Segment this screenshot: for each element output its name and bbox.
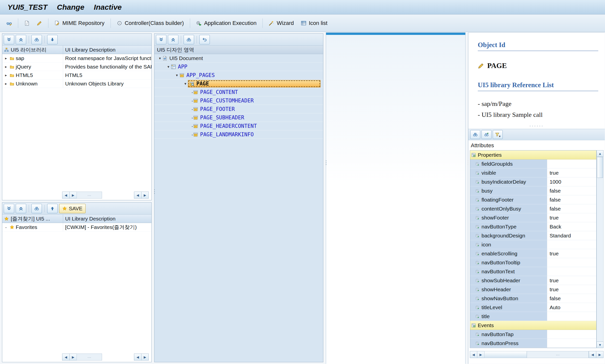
navigate-down-button[interactable] (156, 35, 166, 44)
scroll-right-button[interactable]: ▶ (69, 354, 77, 361)
scrollbar-thumb[interactable] (597, 157, 603, 178)
undo-button[interactable] (199, 35, 210, 44)
property-row[interactable]: visible true (470, 168, 596, 177)
find-button[interactable] (31, 204, 42, 213)
chevron-down-icon[interactable]: ▾ (183, 81, 188, 86)
property-value[interactable]: Standard (547, 231, 596, 240)
find-button[interactable] (184, 35, 194, 44)
property-row[interactable]: floatingFooter false (470, 195, 596, 204)
navigate-down-button[interactable] (4, 35, 14, 44)
library-row[interactable]: ▸jQuery Provides base functionality of t… (2, 63, 151, 71)
scrollbar-track[interactable]: ··· (77, 192, 102, 199)
property-value[interactable] (547, 258, 596, 267)
property-value[interactable]: true (547, 249, 596, 258)
property-row[interactable]: title (470, 312, 596, 321)
favorites-horizontal-scrollbar[interactable]: ◀ ▶ ··· (62, 354, 102, 361)
navigate-up-button[interactable] (16, 35, 26, 44)
favorite-row[interactable]: ·Favorites [CWKIM] - Favorites(즐겨찾기) (2, 223, 151, 231)
page-button[interactable] (22, 17, 32, 29)
filter-button[interactable]: ▾ (493, 130, 503, 139)
save-button[interactable]: SAVE (59, 204, 86, 213)
scrollbar-track[interactable]: ··· (484, 351, 589, 358)
property-row[interactable]: navButtonText (470, 267, 596, 276)
detail-horizontal-scrollbar[interactable]: ◀ ▶ ··· ◀ ▶ (470, 351, 604, 358)
property-value[interactable]: Auto (547, 303, 596, 312)
scroll-down-button[interactable]: ▼ (597, 342, 604, 348)
library-name-column-header[interactable]: UI5 라이브러리 (2, 46, 63, 54)
selected-node-highlight[interactable]: PAGE (188, 80, 321, 87)
property-row[interactable]: fieldGroupIds (470, 159, 596, 168)
wizard-button[interactable]: Wizard (266, 17, 296, 29)
scroll-up-button[interactable]: ▲ (597, 150, 604, 157)
application-execution-button[interactable]: Application Execution (194, 17, 259, 29)
tree-node-app[interactable]: ▾ APP (154, 63, 323, 71)
property-value[interactable]: 1000 (547, 177, 596, 186)
library-row[interactable]: ▸sap Root namespace for JavaScript funct… (2, 54, 151, 63)
scroll-left-button[interactable]: ◀ (134, 192, 141, 199)
property-row[interactable]: showSubHeader true (470, 276, 596, 285)
splitter-grip-horizontal[interactable]: ······ (468, 124, 605, 127)
find-button[interactable] (470, 130, 480, 139)
property-value[interactable] (547, 159, 596, 168)
property-row[interactable]: showFooter true (470, 213, 596, 222)
splitter-grip[interactable]: ⋮ (152, 188, 155, 195)
display-change-button[interactable] (4, 17, 14, 29)
mime-repository-button[interactable]: MIME Repository (52, 17, 107, 29)
property-value[interactable]: true (547, 213, 596, 222)
scrollbar-thumb[interactable] (484, 351, 527, 358)
property-value[interactable] (547, 312, 596, 321)
navigate-down-button[interactable] (4, 204, 14, 213)
edit-button[interactable] (34, 17, 45, 29)
tree-node-page-customheader[interactable]: · PAGE_CUSTOMHEADER (154, 96, 323, 105)
property-row[interactable]: busyIndicatorDelay 1000 (470, 177, 596, 186)
library-row[interactable]: ▸Unknown Unknown Objects Library (2, 79, 151, 88)
event-row[interactable]: navButtonTap (470, 330, 596, 339)
chevron-right-icon[interactable]: ▸ (4, 81, 8, 86)
scroll-right-button[interactable]: ▶ (141, 354, 149, 361)
library-horizontal-scrollbar[interactable]: ◀ ▶ ··· (62, 192, 102, 199)
event-value[interactable] (547, 339, 596, 348)
property-row[interactable]: backgroundDesign Standard (470, 231, 596, 240)
property-row[interactable]: icon (470, 240, 596, 249)
property-value[interactable]: true (547, 285, 596, 294)
tree-node-app-pages[interactable]: ▾ APP_PAGES (154, 71, 323, 79)
library-row[interactable]: ▸HTML5 HTML5 (2, 71, 151, 79)
tree-node-page[interactable]: ▾ PAGE (154, 79, 323, 88)
favorites-desc-scrollbar[interactable]: ◀ ▶ (134, 354, 149, 361)
tree-node-page-landmarkinfo[interactable]: · PAGE_LANDMARKINFO (154, 130, 323, 139)
properties-vertical-scrollbar[interactable]: ▲ ▼ (597, 150, 604, 348)
property-value[interactable]: Back (547, 222, 596, 231)
splitter-grip[interactable]: ⋮ (323, 159, 326, 166)
events-section-header[interactable]: Events (470, 321, 596, 330)
property-value[interactable]: false (547, 195, 596, 204)
property-value[interactable] (547, 240, 596, 249)
chevron-right-icon[interactable]: ▸ (4, 65, 8, 69)
navigate-up-button[interactable] (16, 204, 26, 213)
move-up-button[interactable] (47, 204, 58, 213)
chevron-down-icon[interactable]: ▾ (166, 65, 171, 69)
find-button[interactable] (31, 35, 42, 44)
tree-node-page-content[interactable]: · PAGE_CONTENT (154, 88, 323, 96)
tree-node-ui5-document[interactable]: ▾ UI5 Document (154, 54, 323, 63)
property-row[interactable]: enableScrolling true (470, 249, 596, 258)
property-row[interactable]: showNavButton false (470, 294, 596, 303)
scrollbar-track[interactable] (597, 157, 604, 342)
chevron-down-icon[interactable]: ▾ (157, 56, 162, 61)
property-value[interactable]: false (547, 294, 596, 303)
scroll-right-button[interactable]: ▶ (141, 192, 149, 199)
scroll-right-button[interactable]: ▶ (596, 351, 604, 358)
tree-node-page-headercontent[interactable]: · PAGE_HEADERCONTENT (154, 122, 323, 130)
event-value[interactable] (547, 330, 596, 339)
property-row[interactable]: busy false (470, 186, 596, 195)
tree-node-page-subheader[interactable]: · PAGE_SUBHEADER (154, 113, 323, 122)
property-row[interactable]: navButtonTooltip (470, 258, 596, 267)
event-row[interactable]: navButtonPress (470, 339, 596, 348)
scroll-left-button[interactable]: ◀ (589, 351, 596, 358)
scroll-left-button[interactable]: ◀ (62, 192, 70, 199)
property-value[interactable] (547, 267, 596, 276)
scrollbar-track[interactable]: ··· (77, 354, 102, 361)
property-value[interactable]: false (547, 204, 596, 213)
property-row[interactable]: showHeader true (470, 285, 596, 294)
scroll-left-button[interactable]: ◀ (470, 351, 477, 358)
property-row[interactable]: navButtonType Back (470, 222, 596, 231)
